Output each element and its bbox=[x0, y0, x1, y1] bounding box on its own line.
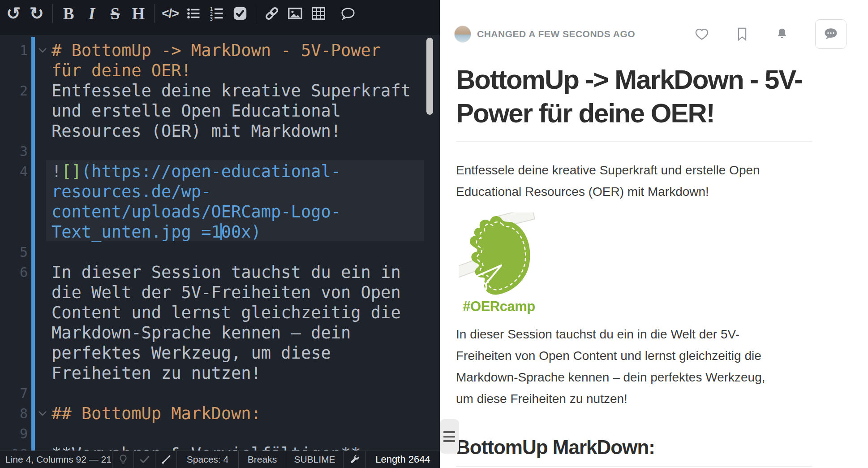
svg-text:3: 3 bbox=[210, 16, 213, 21]
line-number: 9 bbox=[0, 424, 28, 444]
preview-header: CHANGED A FEW SECONDS AGO bbox=[454, 19, 847, 49]
toolbar-separator bbox=[52, 4, 53, 23]
check-icon[interactable] bbox=[133, 451, 155, 468]
editor-scrollbar[interactable] bbox=[426, 38, 433, 115]
user-avatar[interactable] bbox=[454, 26, 471, 43]
editor-surface[interactable]: 1 2 3 4 5 6 7 8 9 10 # BottomUp -> MarkD… bbox=[0, 35, 440, 451]
line-number: 7 bbox=[0, 383, 28, 403]
code-row: Freiheiten zu nutzen! bbox=[52, 363, 261, 383]
bullet-list-icon[interactable] bbox=[182, 3, 205, 24]
paintbrush-icon[interactable] bbox=[155, 451, 176, 468]
fold-chevron-icon[interactable] bbox=[38, 47, 47, 55]
code-row: Resources (OER) mit Markdown! bbox=[52, 121, 341, 141]
code-row: und erstelle Open Educational bbox=[52, 101, 341, 121]
check-list-icon[interactable] bbox=[228, 3, 252, 24]
code-row: content/uploads/OERCamp-Logo- bbox=[52, 202, 341, 222]
code-row: perfektes Werkzeug, um diese bbox=[52, 343, 331, 363]
favorite-heart-icon[interactable] bbox=[694, 26, 709, 42]
lightbulb-icon[interactable] bbox=[112, 451, 133, 468]
wrench-icon[interactable] bbox=[343, 451, 365, 468]
notification-bell-icon[interactable] bbox=[775, 26, 789, 42]
editor-toolbar: ↺ ↻ B I S H </> 123 bbox=[0, 0, 440, 35]
bold-icon[interactable]: B bbox=[57, 3, 80, 24]
code-row: # BottomUp -> MarkDown - 5V-Power bbox=[52, 40, 381, 61]
document-length-status: Length 2644 bbox=[365, 451, 440, 468]
code-row: Content und lernst gleichzeitig die bbox=[52, 303, 401, 323]
code-row: Markdown-Sprache kennen – dein bbox=[52, 323, 351, 343]
preview-heading2: BottomUp MarkDown: bbox=[456, 435, 812, 467]
line-number: 5 bbox=[0, 242, 28, 262]
comments-button[interactable] bbox=[815, 19, 847, 49]
preview-actions bbox=[694, 19, 847, 49]
code-row: die Welt der 5V-Freiheiten von Open bbox=[52, 282, 401, 303]
code-row: Entfessele deine kreative Superkraft bbox=[52, 81, 411, 101]
line-number: 2 bbox=[0, 81, 28, 101]
preview-side-handle[interactable] bbox=[440, 419, 459, 454]
link-icon[interactable] bbox=[260, 3, 284, 24]
oercamp-logo-caption: #OERcamp bbox=[459, 299, 539, 315]
line-number: 8 bbox=[0, 403, 28, 424]
undo-icon[interactable]: ↺ bbox=[2, 3, 25, 24]
line-number: 4 bbox=[0, 161, 28, 182]
ordered-list-icon[interactable]: 123 bbox=[205, 3, 228, 24]
breaks-setting[interactable]: Breaks bbox=[238, 451, 286, 468]
line-number: 1 bbox=[0, 40, 28, 61]
preview-content: BottomUp -> MarkDown - 5V-Power für dein… bbox=[456, 63, 812, 467]
oercamp-logo-image: #OERcamp bbox=[459, 212, 544, 315]
code-row: In dieser Session tauchst du ein in bbox=[52, 262, 401, 282]
code-icon[interactable]: </> bbox=[159, 3, 182, 24]
line-number: 6 bbox=[0, 262, 28, 282]
toolbar-separator bbox=[154, 4, 155, 23]
last-changed-label: CHANGED A FEW SECONDS AGO bbox=[477, 29, 694, 39]
code-row: resources.de/wp- bbox=[52, 182, 211, 202]
heading-icon[interactable]: H bbox=[127, 3, 150, 24]
spaces-setting[interactable]: Spaces: 4 bbox=[176, 451, 238, 468]
code-row: ![](https://open-educational- bbox=[52, 161, 341, 182]
line-number: 3 bbox=[0, 141, 28, 161]
preview-paragraph: In dieser Session tauchst du ein in die … bbox=[456, 324, 783, 410]
preview-title: BottomUp -> MarkDown - 5V-Power für dein… bbox=[456, 63, 812, 142]
italic-icon[interactable]: I bbox=[80, 3, 103, 24]
code-row: Text_unten.jpg =100x) bbox=[52, 222, 261, 243]
cursor-position-status: Line 4, Columns 92 — 21 bbox=[0, 451, 112, 468]
code-row: ## BottomUp MarkDown: bbox=[52, 403, 261, 424]
preview-paragraph: Entfessele deine kreative Superkraft und… bbox=[456, 160, 783, 203]
image-icon[interactable] bbox=[284, 3, 307, 24]
bookmark-icon[interactable] bbox=[735, 26, 749, 42]
comment-icon[interactable] bbox=[336, 3, 360, 24]
toolbar-separator bbox=[256, 4, 256, 23]
section-accent-bar bbox=[31, 37, 35, 451]
code-row: für deine OER! bbox=[52, 61, 191, 81]
keymap-mode-setting[interactable]: SUBLIME bbox=[286, 451, 343, 468]
table-icon[interactable] bbox=[307, 3, 330, 24]
editor-statusbar: Line 4, Columns 92 — 21 Spaces: 4 Breaks… bbox=[0, 451, 440, 468]
strikethrough-icon[interactable]: S bbox=[103, 3, 127, 24]
editor-pane: ↺ ↻ B I S H </> 123 bbox=[0, 0, 440, 468]
fold-chevron-icon[interactable] bbox=[38, 410, 47, 418]
redo-icon[interactable]: ↻ bbox=[25, 3, 48, 24]
preview-pane: CHANGED A FEW SECONDS AGO BottomUp -> Ma… bbox=[440, 0, 868, 468]
markdown-editor-app: ↺ ↻ B I S H </> 123 bbox=[0, 0, 868, 468]
